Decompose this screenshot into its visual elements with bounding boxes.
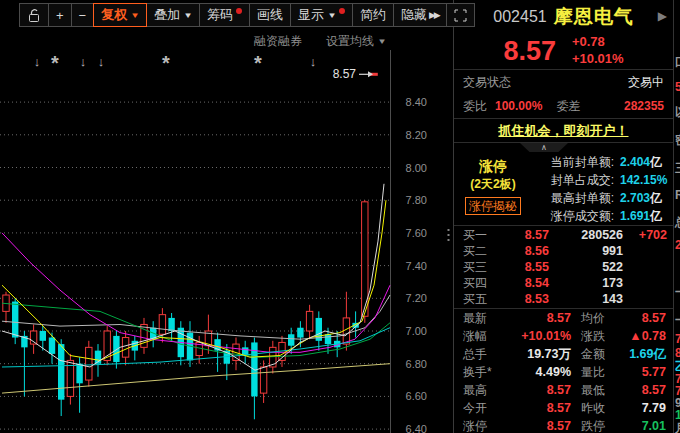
stat-value: 8.57 [505,419,571,433]
draw-line-label: 画线 [257,6,283,24]
stats-row: 最高 8.57 最低 8.57 [454,381,673,399]
svg-text:8.57: 8.57 [333,67,357,81]
collapse-tab[interactable]: ∧ [520,143,568,152]
svg-text:↓: ↓ [310,54,317,69]
limit-up-reveal-button[interactable]: 涨停揭秘 [465,197,521,215]
lock-open-icon [27,8,41,23]
weicha-label: 委差 [556,98,580,115]
buy-level-label: 买三 [463,259,497,276]
kline-chart[interactable]: 8.408.208.007.807.607.407.207.006.806.60… [0,0,452,433]
price-block: 8.57 +0.78 +10.01% [454,33,673,70]
draw-line-button[interactable]: 画线 [249,3,291,27]
simple-mode-button[interactable]: 简约 [352,3,394,27]
svg-text:7.40: 7.40 [406,260,427,272]
svg-text:8.40: 8.40 [406,96,427,108]
buy-level-label: 买五 [463,291,497,308]
detail-row: 封单占成交: 142.15% [532,171,673,189]
overlay-button[interactable]: 叠加 ▼ [146,3,200,27]
stats-row: 换手* 4.49% 量比 5.77 [454,363,673,381]
stock-name: 摩恩电气 [554,4,634,30]
trade-status-label: 交易状态 [463,74,511,91]
stock-app-window: 8.408.208.007.807.607.407.207.006.806.60… [0,0,680,433]
chart-toolbar: + − 复权 ▼ 叠加 ▼ 筹码 画线 显示 ▼ 简约 隐藏 ▶▶ [20,3,475,27]
next-stock-button[interactable]: ▶ [658,9,667,23]
margin-trading-link[interactable]: 融资融券 [254,33,302,50]
buy-volume: 173 [549,276,623,290]
stat-label: 涨跌 [581,328,623,345]
detail-row: 最高封单额: 2.703 亿 [532,189,673,207]
adjust-price-label: 复权 [101,6,127,24]
buy-level-row[interactable]: 买一 8.57 280526 +702 [454,227,673,243]
buy-order-book: 买一 8.57 280526 +702 买二 8.56 991 买三 8.55 … [454,226,673,309]
display-button[interactable]: 显示 ▼ [290,3,353,27]
zoom-out-button[interactable]: − [71,3,95,27]
detail-value: 2.703 [620,191,650,205]
buy-level-row[interactable]: 买二 8.56 991 [454,243,673,259]
stock-code: 002451 [493,8,546,26]
lock-button[interactable] [19,3,49,27]
fullscreen-button[interactable] [446,3,475,27]
stats-row: 最新 8.57 均价 8.57 [454,309,673,327]
svg-text:*: * [254,52,262,74]
stats-row: 涨停 8.57 跌停 7.01 [454,417,673,433]
buy-price: 8.56 [497,244,549,258]
chips-label: 筹码 [207,6,233,24]
quote-panel: ◀ 002451 摩恩电气 ▶ 8.57 +0.78 +10.01% 交易状态 … [453,0,673,433]
weicha-value: 282355 [624,99,664,113]
svg-text:7.20: 7.20 [406,292,427,304]
buy-level-row[interactable]: 买三 8.55 522 [454,259,673,275]
stat-value: 8.57 [623,383,666,397]
caret-down-icon: ▼ [130,11,140,20]
caret-down-icon: ▼ [377,37,387,46]
buy-volume: 991 [549,244,623,258]
stat-label: 换手* [463,364,505,381]
stat-value: 19.73万 [505,346,571,363]
ma-settings-label: 设置均线 [326,33,374,50]
stat-value: 1.69亿 [623,346,666,363]
buy-volume: 143 [549,292,623,306]
svg-text:↓: ↓ [34,54,41,69]
svg-text:↓: ↓ [98,54,105,69]
stat-label: 均价 [581,310,623,327]
buy-price: 8.54 [497,276,549,290]
stock-header: ◀ 002451 摩恩电气 ▶ [454,0,673,33]
stats-row: 涨幅 +10.01% 涨跌 ▲0.78 [454,327,673,345]
stat-label: 总手 [463,346,505,363]
buy-level-row[interactable]: 买四 8.54 173 [454,275,673,291]
svg-text:6.60: 6.60 [406,390,427,402]
caret-down-icon: ▼ [183,11,193,20]
svg-text:7.00: 7.00 [406,325,427,337]
weibi-label: 委比 [463,98,487,115]
detail-label: 涨停成交额: [532,208,614,225]
stat-label: 金额 [581,346,623,363]
stats-row: 今开 8.57 昨收 7.79 [454,399,673,417]
simple-mode-label: 简约 [360,6,386,24]
expand-icon [454,9,467,22]
buy-level-row[interactable]: 买五 8.53 143 [454,291,673,307]
stat-value: 8.57 [623,311,666,325]
last-price: 8.57 [503,36,556,67]
price-change: +0.78 +10.01% [572,34,624,68]
stat-value: 7.01 [623,419,666,433]
hide-button[interactable]: 隐藏 ▶▶ [393,3,447,27]
stat-label: 跌停 [581,418,623,433]
limit-up-details: 当前封单额: 2.404 亿 封单占成交: 142.15% 最高封单额: 2.7… [532,153,673,225]
buy-delta: +702 [623,228,667,242]
buy-level-label: 买一 [463,227,497,244]
svg-text:7.80: 7.80 [406,194,427,206]
buy-price: 8.55 [497,260,549,274]
trade-status-row: 交易状态 交易中 [454,70,673,94]
chips-button[interactable]: 筹码 [199,3,250,27]
red-dot-badge [236,8,242,14]
stat-label: 最高 [463,382,505,399]
detail-unit: 亿 [650,154,662,171]
open-account-banner: 抓住机会，即刻开户！ [454,119,673,143]
zoom-in-button[interactable]: + [48,3,72,27]
detail-value: 1.691 [620,209,650,223]
detail-unit: 亿 [650,208,662,225]
stat-value: +10.01% [505,329,571,343]
stat-value: 5.77 [623,365,666,379]
ma-settings-dropdown[interactable]: 设置均线 ▼ [326,33,386,50]
open-account-link[interactable]: 抓住机会，即刻开户！ [499,122,629,140]
adjust-price-button[interactable]: 复权 ▼ [93,3,147,27]
